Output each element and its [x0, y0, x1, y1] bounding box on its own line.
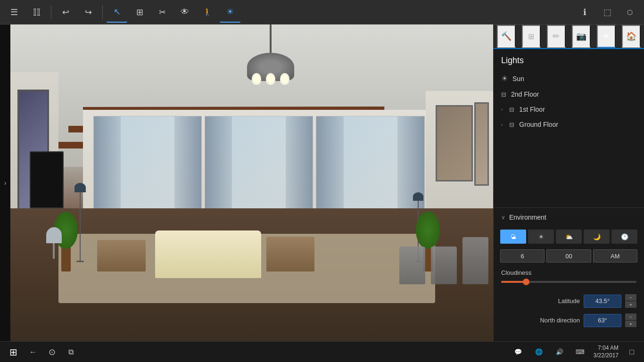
time-btn-clear[interactable]: ☀ [528, 230, 554, 244]
cloudiness-slider-thumb[interactable] [523, 279, 529, 285]
time-btn-night[interactable]: 🌙 [584, 230, 610, 244]
furniture-icon: ⊞ [528, 32, 534, 41]
3d-viewport[interactable] [10, 25, 493, 341]
panel-camera-button[interactable]: 📷 [572, 25, 591, 48]
cloudiness-section: Cloudiness [494, 265, 644, 291]
left-nav-arrow[interactable]: › [0, 25, 10, 341]
light-item-1st-floor[interactable]: › ⊟ 1st Floor [494, 102, 644, 117]
start-button[interactable]: ⊞ [4, 344, 23, 361]
chevron-left-icon: › [4, 179, 7, 187]
view-icon: 👁 [181, 7, 189, 17]
menu-button[interactable]: ☰ [4, 2, 25, 23]
time-period-box[interactable]: AM [593, 249, 637, 263]
tray-network-icon[interactable]: 🌐 [530, 344, 547, 361]
table-lamp [44, 227, 64, 259]
environment-header[interactable]: ∨ Environment [494, 207, 644, 227]
desktop-icon: □ [629, 348, 634, 356]
cloudiness-slider-fill [501, 281, 526, 283]
scene [10, 25, 493, 341]
taskbar-icons: ← ⊙ ⧉ [25, 344, 79, 361]
walk-button[interactable]: 🚶 [197, 2, 218, 23]
back-arrow-icon: ← [29, 348, 37, 356]
show-desktop-button[interactable]: □ [623, 344, 640, 361]
library-icon: 𝕀𝕀 [33, 7, 41, 18]
tray-notification-icon[interactable]: 💬 [510, 344, 527, 361]
latitude-plus-button[interactable]: + [625, 301, 636, 308]
environment-section: ∨ Environment 🌤 ☀ ⛅ 🌙 [494, 207, 644, 335]
cloudiness-label: Cloudiness [501, 269, 636, 276]
tray-keyboard-icon[interactable]: ⌨ [572, 344, 589, 361]
cut-button[interactable]: ✂ [152, 2, 173, 23]
separator-1 [51, 5, 51, 19]
frame-button[interactable]: ⬚ [597, 2, 618, 23]
undo-button[interactable]: ↩ [55, 2, 76, 23]
chandelier-light-2 [266, 73, 275, 85]
ground-floor-label: Ground Floor [519, 121, 558, 128]
light-item-sun[interactable]: ☀ Sun [494, 70, 644, 87]
time-btn-overcast[interactable]: ⛅ [556, 230, 582, 244]
task-view-icon: ⧉ [68, 348, 74, 356]
panel-content: Lights ☀ Sun ⊟ 2nd Floor › ⊟ 1st Floor ›… [494, 49, 644, 341]
north-direction-buttons: − + [625, 313, 636, 327]
chandelier-pole [270, 25, 272, 53]
cortana-button[interactable]: ⊙ [43, 344, 60, 361]
cortana-icon: ⊙ [49, 347, 56, 357]
overcast-icon: ⛅ [565, 233, 573, 240]
lighting-icon: ☀ [603, 31, 610, 41]
night-icon: 🌙 [593, 233, 601, 240]
time-hour-box[interactable]: 6 [500, 249, 545, 263]
clear-icon: ☀ [538, 233, 544, 240]
light-item-2nd-floor[interactable]: ⊟ 2nd Floor [494, 87, 644, 102]
panel-house-button[interactable]: 🏠 [622, 25, 641, 48]
time-minute-box[interactable]: 00 [546, 249, 591, 263]
redo-button[interactable]: ↪ [78, 2, 99, 23]
painting-2 [474, 102, 489, 186]
floor1-label: 1st Floor [519, 106, 545, 113]
taskbar: ⊞ ← ⊙ ⧉ 💬 🌐 🔊 ⌨ 7:04 AM 3/22/2017 □ [0, 341, 644, 362]
arrange-button[interactable]: ⊞ [129, 2, 150, 23]
tray-speaker-icon[interactable]: 🔊 [551, 344, 568, 361]
latitude-input[interactable]: 43.5° [584, 295, 621, 308]
taskbar-right: 💬 🌐 🔊 ⌨ 7:04 AM 3/22/2017 □ [510, 344, 640, 361]
lights-section-title: Lights [494, 49, 644, 70]
right-panel: 🔨 ⊞ ✏ 📷 ☀ 🏠 Lights ☀ [493, 25, 644, 341]
light-button[interactable]: ☀ [220, 2, 240, 23]
chevron-ground-floor-icon: › [501, 122, 503, 127]
select-button[interactable]: ↖ [107, 2, 127, 23]
info-icon: ℹ [583, 7, 586, 17]
view-button[interactable]: 👁 [174, 2, 195, 23]
panel-paint-button[interactable]: ✏ [547, 25, 566, 48]
back-button[interactable]: ← [25, 344, 41, 361]
time-btn-clock[interactable]: 🕐 [611, 230, 637, 244]
panel-lighting-button[interactable]: ☀ [597, 25, 616, 48]
environment-chevron-icon: ∨ [501, 214, 505, 221]
painting-1 [436, 105, 473, 182]
task-view-button[interactable]: ⧉ [62, 344, 79, 361]
taskbar-clock[interactable]: 7:04 AM 3/22/2017 [594, 345, 619, 359]
main-content: › [0, 25, 644, 341]
panel-build-button[interactable]: 🔨 [497, 25, 516, 48]
armchair-left [97, 240, 145, 272]
3d-icon: ⬡ [627, 8, 633, 16]
cloudiness-slider-track[interactable] [501, 281, 636, 283]
arrange-icon: ⊞ [136, 7, 143, 17]
panel-icon-bar: 🔨 ⊞ ✏ 📷 ☀ 🏠 [494, 25, 644, 49]
light-item-ground-floor[interactable]: › ⊟ Ground Floor [494, 117, 644, 132]
frame-icon: ⬚ [603, 7, 611, 17]
armchair-right [266, 237, 314, 272]
menu-icon: ☰ [10, 7, 18, 17]
top-toolbar: ☰ 𝕀𝕀 ↩ ↪ ↖ ⊞ ✂ 👁 🚶 ☀ ℹ ⬚ ⬡ [0, 0, 644, 25]
sunny-icon: 🌤 [510, 233, 516, 240]
latitude-minus-button[interactable]: − [625, 294, 636, 301]
time-display: 6 00 AM [494, 247, 644, 265]
info-button[interactable]: ℹ [574, 2, 595, 23]
library-button[interactable]: 𝕀𝕀 [26, 2, 47, 23]
3d-button[interactable]: ⬡ [619, 2, 640, 23]
latitude-field: Latitude 43.5° − + [494, 291, 644, 311]
north-direction-minus-button[interactable]: − [625, 313, 636, 320]
time-buttons: 🌤 ☀ ⛅ 🌙 🕐 [494, 227, 644, 247]
north-direction-input[interactable]: 63° [584, 314, 621, 327]
panel-furniture-button[interactable]: ⊞ [522, 25, 541, 48]
north-direction-plus-button[interactable]: + [625, 321, 636, 327]
time-btn-sunny[interactable]: 🌤 [500, 230, 526, 244]
